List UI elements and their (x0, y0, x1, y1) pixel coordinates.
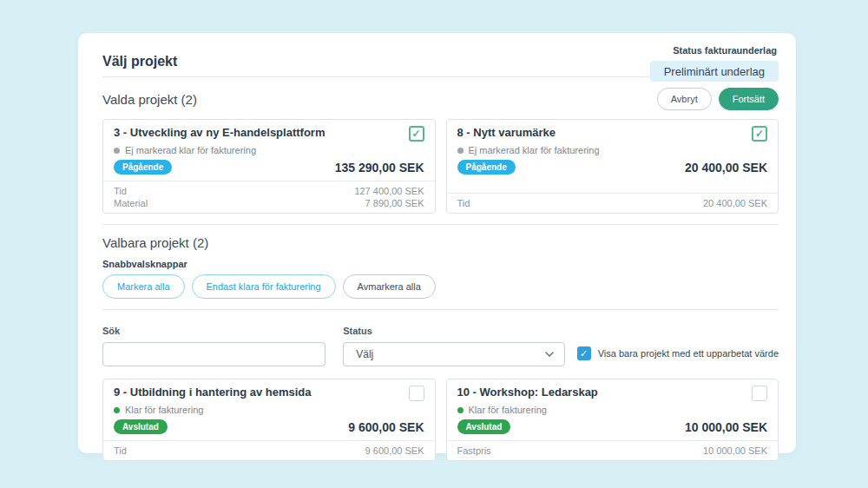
quick-buttons-label: Snabbvalsknappar (102, 259, 779, 269)
project-amount: 9 600,00 SEK (348, 420, 424, 434)
quick-buttons-row: Markera allaEndast klara för fakturering… (102, 274, 779, 299)
breakdown-value: 9 600,00 SEK (365, 445, 424, 457)
cancel-button[interactable]: Avbryt (657, 88, 712, 110)
status-select-value: Välj (356, 348, 373, 360)
available-projects-heading: Valbara projekt (2) (102, 235, 779, 250)
quick-select-button[interactable]: Endast klara för fakturering (192, 274, 336, 299)
search-label: Sök (102, 326, 326, 336)
project-card-top: 9 - Utbildning i hantering av hemsidaKla… (103, 379, 435, 440)
status-filter-label: Status (343, 326, 564, 336)
preliminary-basis-button[interactable]: Preliminärt underlag (650, 61, 779, 82)
breakdown-label: Tid (114, 185, 127, 197)
invoice-basis-panel: Status fakturaunderlag Preliminärt under… (78, 33, 796, 453)
breakdown-row: Fastpris10 000,00 SEK (457, 445, 768, 457)
breakdown-value: 10 000,00 SEK (703, 445, 767, 457)
project-status-row: Ej markerad klar för fakturering (457, 145, 768, 155)
project-card: 8 - Nytt varumärke✓Ej markerad klar för … (446, 119, 779, 214)
filter-row: Sök Status Välj ✓ Visa bara projekt med … (102, 326, 779, 366)
project-amount: 135 290,00 SEK (335, 161, 424, 175)
project-card-top: 10 - Workshop: LedarskapKlar för fakture… (447, 379, 779, 440)
project-status-badge: Pågående (114, 160, 172, 175)
search-input[interactable] (102, 342, 326, 366)
project-status-row: Klar för fakturering (457, 405, 768, 415)
breakdown-label: Tid (457, 197, 470, 209)
breakdown-value: 7 890,00 SEK (365, 197, 424, 209)
project-status-text: Klar för fakturering (469, 405, 547, 415)
project-breakdown: Tid127 400,00 SEKMaterial7 890,00 SEK (103, 181, 435, 213)
project-title-row: 3 - Utveckling av ny E-handelsplattform✓ (114, 126, 424, 142)
project-checkbox[interactable]: ✓ (409, 126, 424, 142)
project-status-badge: Avslutad (114, 419, 168, 434)
project-status-row: Klar för fakturering (114, 405, 424, 415)
project-checkbox[interactable] (409, 386, 424, 401)
project-badge-row: Avslutad9 600,00 SEK (114, 419, 424, 434)
breakdown-row: Tid9 600,00 SEK (114, 445, 424, 457)
project-amount: 10 000,00 SEK (685, 420, 767, 434)
filter-checkbox-label: Visa bara projekt med ett upparbetat vär… (598, 348, 779, 359)
status-fakturaunderlag-label: Status fakturaunderlag (650, 42, 779, 61)
project-status-badge: Pågående (457, 160, 516, 175)
divider (102, 309, 779, 310)
search-field-group: Sök (102, 326, 326, 366)
project-status-text: Ej markerad klar för fakturering (125, 145, 256, 155)
project-badge-row: Pågående135 290,00 SEK (114, 160, 424, 175)
project-status-text: Klar för fakturering (125, 405, 203, 415)
project-title: 9 - Utbildning i hantering av hemsida (114, 386, 312, 399)
status-dot-icon (457, 148, 464, 154)
project-card-top: 3 - Utveckling av ny E-handelsplattform✓… (103, 120, 435, 181)
project-amount: 20 400,00 SEK (685, 161, 767, 175)
project-title-row: 10 - Workshop: Ledarskap (457, 386, 768, 401)
project-status-row: Ej markerad klar för fakturering (114, 145, 424, 155)
breakdown-row: Tid20 400,00 SEK (457, 197, 768, 209)
quick-select-button[interactable]: Avmarkera alla (343, 274, 436, 299)
selected-projects-list: 3 - Utveckling av ny E-handelsplattform✓… (102, 119, 779, 214)
project-badge-row: Pågående20 400,00 SEK (457, 160, 768, 175)
project-title: 10 - Workshop: Ledarskap (457, 386, 598, 399)
status-select[interactable]: Välj (343, 342, 564, 366)
breakdown-row: Material7 890,00 SEK (114, 197, 424, 209)
breakdown-label: Fastpris (457, 445, 491, 457)
project-breakdown: Fastpris10 000,00 SEK (447, 440, 779, 460)
breakdown-row: Tid127 400,00 SEK (114, 185, 424, 197)
project-title-row: 8 - Nytt varumärke✓ (457, 126, 768, 142)
status-dot-icon (114, 407, 120, 413)
project-title-row: 9 - Utbildning i hantering av hemsida (114, 386, 424, 401)
project-card: 3 - Utveckling av ny E-handelsplattform✓… (102, 119, 436, 214)
continue-button[interactable]: Fortsätt (719, 88, 779, 110)
divider (102, 224, 779, 225)
filter-checkbox-group[interactable]: ✓ Visa bara projekt med ett upparbetat v… (577, 346, 779, 366)
filter-checkbox[interactable]: ✓ (577, 346, 591, 360)
status-dot-icon (114, 148, 120, 154)
project-status-badge: Avslutad (457, 419, 511, 434)
project-card: 10 - Workshop: LedarskapKlar för fakture… (446, 379, 779, 461)
breakdown-value: 127 400,00 SEK (354, 185, 424, 197)
project-breakdown: Tid9 600,00 SEK (103, 440, 435, 460)
selected-projects-header: Valda projekt (2) Avbryt Fortsätt (102, 88, 779, 110)
header-actions: Avbryt Fortsätt (657, 88, 779, 110)
project-badge-row: Avslutad10 000,00 SEK (457, 419, 768, 434)
project-checkbox[interactable]: ✓ (752, 126, 767, 142)
breakdown-label: Material (114, 197, 148, 209)
breakdown-label: Tid (114, 445, 127, 457)
chevron-down-icon (545, 352, 554, 357)
project-status-text: Ej markerad klar för fakturering (469, 145, 600, 155)
project-checkbox[interactable] (752, 386, 767, 401)
status-block: Status fakturaunderlag Preliminärt under… (650, 42, 779, 82)
project-title: 8 - Nytt varumärke (457, 126, 556, 139)
quick-select-button[interactable]: Markera alla (102, 274, 185, 299)
project-card: 9 - Utbildning i hantering av hemsidaKla… (102, 379, 436, 461)
project-card-top: 8 - Nytt varumärke✓Ej markerad klar för … (447, 120, 779, 193)
status-dot-icon (457, 407, 464, 413)
project-title: 3 - Utveckling av ny E-handelsplattform (114, 126, 325, 139)
selected-projects-heading: Valda projekt (2) (102, 92, 197, 107)
project-breakdown: Tid20 400,00 SEK (447, 193, 779, 213)
breakdown-value: 20 400,00 SEK (703, 197, 767, 209)
status-field-group: Status Välj (343, 326, 564, 366)
available-projects-list: 9 - Utbildning i hantering av hemsidaKla… (102, 379, 779, 461)
